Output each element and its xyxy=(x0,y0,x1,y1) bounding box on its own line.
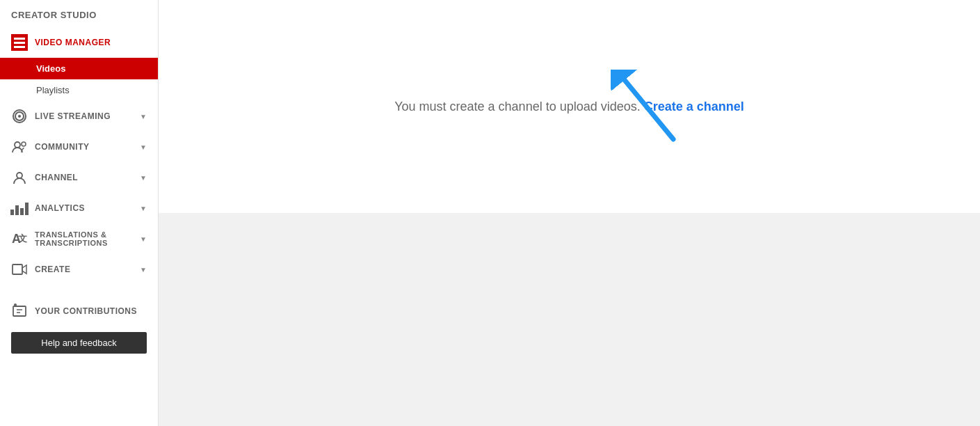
video-manager-item[interactable]: VIDEO MANAGER xyxy=(0,27,158,58)
video-manager-icon xyxy=(11,34,28,51)
svg-rect-4 xyxy=(13,306,26,316)
message-static-text: You must create a channel to upload vide… xyxy=(394,100,641,113)
live-streaming-icon xyxy=(11,108,28,125)
chevron-down-icon: ▼ xyxy=(140,235,147,243)
sidebar-item-translations[interactable]: A 文 TRANSLATIONS & TRANSCRIPTIONS ▼ xyxy=(0,223,158,254)
svg-point-2 xyxy=(17,173,22,178)
sidebar-item-live-streaming[interactable]: LIVE STREAMING ▼ xyxy=(0,101,158,132)
sidebar-item-videos[interactable]: Videos xyxy=(0,58,158,79)
create-icon xyxy=(11,261,28,278)
chevron-down-icon: ▼ xyxy=(140,174,147,182)
contributions-icon xyxy=(11,303,28,320)
sidebar-item-playlists[interactable]: Playlists xyxy=(0,79,158,101)
sidebar-item-community[interactable]: COMMUNITY ▼ xyxy=(0,132,158,162)
community-icon xyxy=(11,139,28,155)
content-area: You must create a channel to upload vide… xyxy=(159,0,980,213)
analytics-icon xyxy=(11,200,28,216)
sidebar-item-channel[interactable]: CHANNEL ▼ xyxy=(0,162,158,193)
chevron-down-icon: ▼ xyxy=(140,266,147,274)
sidebar-item-contributions[interactable]: YOUR CONTRIBUTIONS xyxy=(0,296,158,326)
sidebar: CREATOR STUDIO VIDEO MANAGER Videos Play… xyxy=(0,0,159,426)
sidebar-item-analytics[interactable]: ANALYTICS ▼ xyxy=(0,193,158,223)
chevron-down-icon: ▼ xyxy=(140,113,147,120)
upload-message: You must create a channel to upload vide… xyxy=(394,100,744,114)
svg-point-5 xyxy=(14,303,17,306)
channel-icon xyxy=(11,169,28,186)
sidebar-title: CREATOR STUDIO xyxy=(0,0,158,27)
contributions-label: YOUR CONTRIBUTIONS xyxy=(35,306,137,316)
channel-label: CHANNEL xyxy=(35,173,140,182)
svg-point-1 xyxy=(22,142,26,146)
svg-rect-3 xyxy=(13,265,22,274)
help-feedback-button[interactable]: Help and feedback xyxy=(11,332,147,354)
video-manager-label: VIDEO MANAGER xyxy=(35,38,111,47)
live-streaming-label: LIVE STREAMING xyxy=(35,111,140,121)
translations-label: TRANSLATIONS & TRANSCRIPTIONS xyxy=(35,230,140,247)
chevron-down-icon: ▼ xyxy=(140,205,147,212)
translations-icon: A 文 xyxy=(11,230,28,247)
chevron-down-icon: ▼ xyxy=(140,143,147,151)
create-channel-link[interactable]: Create a channel xyxy=(644,100,744,113)
community-label: COMMUNITY xyxy=(35,142,140,152)
create-label: CREATE xyxy=(35,265,140,274)
sidebar-item-create[interactable]: CREATE ▼ xyxy=(0,254,158,285)
analytics-label: ANALYTICS xyxy=(35,203,140,213)
svg-point-0 xyxy=(15,142,20,148)
main-content: You must create a channel to upload vide… xyxy=(159,0,980,426)
